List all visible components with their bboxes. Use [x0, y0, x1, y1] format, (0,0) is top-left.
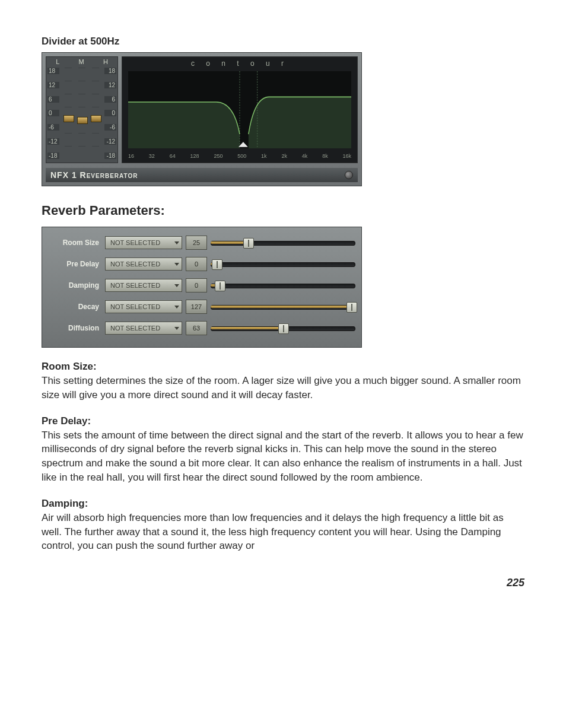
param-value[interactable]: 25 [186, 236, 207, 250]
eq-scale-val: -18 [104, 152, 116, 159]
param-row-room-size: Room SizeNOT SELECTED25 [48, 236, 355, 250]
eq-scale-val: 0 [104, 110, 116, 116]
eq-scale-val: 12 [47, 82, 59, 88]
eq-band-m: M [79, 58, 84, 65]
param-select[interactable]: NOT SELECTED [105, 236, 182, 249]
param-select[interactable]: NOT SELECTED [105, 257, 182, 271]
section-heading: Reverb Parameters: [42, 203, 524, 218]
param-slider[interactable] [211, 322, 355, 334]
eq-scale-val: -6 [47, 124, 59, 131]
param-select-value: NOT SELECTED [110, 282, 160, 289]
param-label: Diffusion [48, 324, 101, 332]
contour-xlabel: 250 [214, 153, 222, 159]
para-head-roomsize: Room Size: [42, 361, 524, 373]
eq-band-h: H [103, 58, 108, 65]
contour-plot [128, 71, 351, 148]
contour-title: c o n t o u r [122, 59, 357, 68]
contour-xlabel: 64 [170, 153, 176, 159]
param-value[interactable]: 0 [186, 278, 207, 293]
panel-titlebar: NFX 1 Reverberator [46, 168, 358, 182]
eq-scale-left: 18 12 6 0 -6 -12 -18 [47, 68, 59, 159]
eq-scale-val: 6 [47, 96, 59, 103]
panel-subtitle: Reverberator [80, 170, 138, 180]
param-label: Damping [48, 281, 101, 290]
caption-divider: Divider at 500Hz [42, 36, 524, 47]
param-select[interactable]: NOT SELECTED [105, 279, 182, 292]
page-number: 225 [42, 577, 524, 589]
para-head-predelay: Pre Delay: [42, 415, 524, 427]
chevron-down-icon [174, 263, 179, 266]
param-value[interactable]: 0 [186, 257, 207, 271]
para-body-predelay: This sets the amount of time between the… [42, 428, 524, 485]
eq-block: L M H 18 12 6 0 -6 -12 -18 18 12 6 0 -6 … [46, 56, 118, 163]
eq-slider-m[interactable] [78, 68, 85, 159]
reverberator-panel: L M H 18 12 6 0 -6 -12 -18 18 12 6 0 -6 … [42, 52, 362, 186]
contour-xlabel: 16 [128, 153, 134, 159]
chevron-down-icon [174, 241, 179, 244]
eq-scale-val: -6 [104, 124, 116, 131]
eq-scale-val: 0 [47, 110, 59, 116]
contour-xlabels: 16 32 64 128 250 500 1k 2k 4k 8k 16k [128, 153, 351, 159]
param-value[interactable]: 63 [186, 321, 207, 335]
param-label: Room Size [48, 239, 101, 247]
param-select-value: NOT SELECTED [110, 303, 160, 310]
param-select[interactable]: NOT SELECTED [105, 322, 182, 335]
eq-scale-val: 12 [104, 82, 116, 88]
eq-scale-val: -18 [47, 152, 59, 159]
param-label: Decay [48, 303, 101, 311]
chevron-down-icon [174, 306, 179, 309]
eq-slider-l[interactable] [65, 68, 72, 159]
chevron-down-icon [174, 327, 179, 330]
eq-band-l: L [56, 58, 59, 65]
eq-slider-h[interactable] [92, 68, 99, 159]
param-select-value: NOT SELECTED [110, 325, 160, 332]
para-head-damping: Damping: [42, 498, 524, 510]
contour-xlabel: 1k [261, 153, 267, 159]
panel-title: NFX 1 [50, 170, 77, 180]
param-label: Pre Delay [48, 260, 101, 268]
param-row-decay: DecayNOT SELECTED127 [48, 300, 355, 314]
param-value[interactable]: 127 [186, 300, 207, 314]
contour-xlabel: 128 [190, 153, 199, 159]
param-row-diffusion: DiffusionNOT SELECTED63 [48, 321, 355, 335]
param-slider[interactable] [211, 258, 355, 270]
contour-xlabel: 16k [342, 153, 351, 159]
contour-xlabel: 32 [149, 153, 155, 159]
params-panel: Room SizeNOT SELECTED25Pre DelayNOT SELE… [42, 227, 362, 348]
para-body-roomsize: This setting determines the size of the … [42, 374, 524, 402]
eq-scale-val: 18 [47, 68, 59, 74]
param-select[interactable]: NOT SELECTED [105, 300, 182, 313]
param-select-value: NOT SELECTED [110, 239, 160, 246]
para-body-damping: Air will absorb high frequencies more th… [42, 511, 524, 553]
param-select-value: NOT SELECTED [110, 260, 160, 268]
param-slider[interactable] [211, 237, 355, 249]
param-slider[interactable] [211, 301, 355, 313]
eq-scale-val: -12 [47, 138, 59, 145]
power-icon[interactable] [345, 171, 353, 179]
param-slider[interactable] [211, 279, 355, 291]
contour-xlabel: 8k [322, 153, 328, 159]
contour-block: c o n t o u r 16 3 [122, 56, 358, 163]
param-row-damping: DampingNOT SELECTED0 [48, 278, 355, 293]
eq-scale-val: 6 [104, 96, 116, 103]
eq-scale-val: 18 [104, 68, 116, 74]
param-row-pre-delay: Pre DelayNOT SELECTED0 [48, 257, 355, 271]
eq-scale-right: 18 12 6 0 -6 -12 -18 [104, 68, 116, 159]
eq-scale-val: -12 [104, 138, 116, 145]
contour-xlabel: 2k [281, 153, 287, 159]
contour-xlabel: 4k [302, 153, 308, 159]
chevron-down-icon [174, 284, 179, 287]
contour-xlabel: 500 [237, 153, 246, 159]
